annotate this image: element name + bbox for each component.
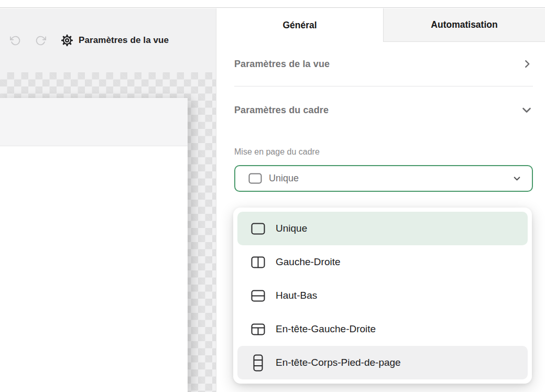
frame-layout-select[interactable]: Unique: [234, 165, 533, 192]
option-label: Haut-Bas: [276, 290, 317, 301]
app-window: Paramètres de la vue Général Automatisat…: [0, 0, 545, 392]
option-gauche-droite[interactable]: Gauche-Droite: [237, 245, 528, 279]
option-label: En-tête-Gauche-Droite: [276, 323, 376, 335]
option-label: Gauche-Droite: [276, 256, 341, 268]
gear-icon: [61, 34, 73, 47]
undo-icon: [10, 35, 21, 46]
single-frame-icon: [250, 223, 265, 235]
panel-tabs: Général Automatisation: [216, 8, 545, 42]
option-en-tete-corps-pied-de-page[interactable]: En-tête-Corps-Pied-de-page: [237, 346, 528, 379]
section-view-settings-title: Paramètres de la vue: [234, 59, 330, 70]
window-top-strip: [0, 0, 545, 8]
redo-button[interactable]: [31, 31, 49, 49]
redo-icon: [35, 35, 46, 46]
tab-general[interactable]: Général: [216, 8, 383, 42]
top-bottom-layout-icon: [250, 290, 265, 302]
panel-body: Paramètres de la vue Paramètres du cadre…: [216, 42, 545, 192]
undo-button[interactable]: [6, 31, 24, 49]
option-unique[interactable]: Unique: [237, 212, 528, 245]
canvas-toolbar: Paramètres de la vue: [0, 8, 216, 72]
option-haut-bas[interactable]: Haut-Bas: [237, 279, 528, 312]
view-settings-button[interactable]: Paramètres de la vue: [61, 34, 169, 47]
frame-layout-select-value: Unique: [269, 173, 299, 184]
frame-layout-dropdown: Unique Gauche-Droite Haut-Bas: [233, 208, 532, 384]
canvas-page[interactable]: [0, 98, 188, 392]
header-body-footer-layout-icon: [250, 354, 265, 372]
canvas-page-header: [0, 98, 188, 146]
section-view-settings[interactable]: Paramètres de la vue: [234, 42, 533, 86]
design-canvas[interactable]: Paramètres de la vue: [0, 8, 216, 392]
chevron-right-icon: [521, 58, 533, 70]
frame-layout-label: Mise en page du cadre: [234, 147, 533, 157]
section-frame-settings[interactable]: Paramètres du cadre: [234, 86, 533, 134]
option-label: En-tête-Corps-Pied-de-page: [276, 357, 401, 368]
select-caret-down-icon: [512, 173, 522, 183]
tab-automatisation[interactable]: Automatisation: [383, 8, 545, 42]
single-frame-icon: [248, 173, 262, 184]
option-label: Unique: [276, 223, 307, 234]
header-left-right-layout-icon: [250, 323, 265, 335]
view-settings-label: Paramètres de la vue: [79, 35, 169, 46]
section-frame-settings-title: Paramètres du cadre: [234, 105, 329, 116]
left-right-layout-icon: [250, 256, 265, 268]
chevron-down-icon: [520, 104, 533, 116]
option-en-tete-gauche-droite[interactable]: En-tête-Gauche-Droite: [237, 312, 528, 346]
